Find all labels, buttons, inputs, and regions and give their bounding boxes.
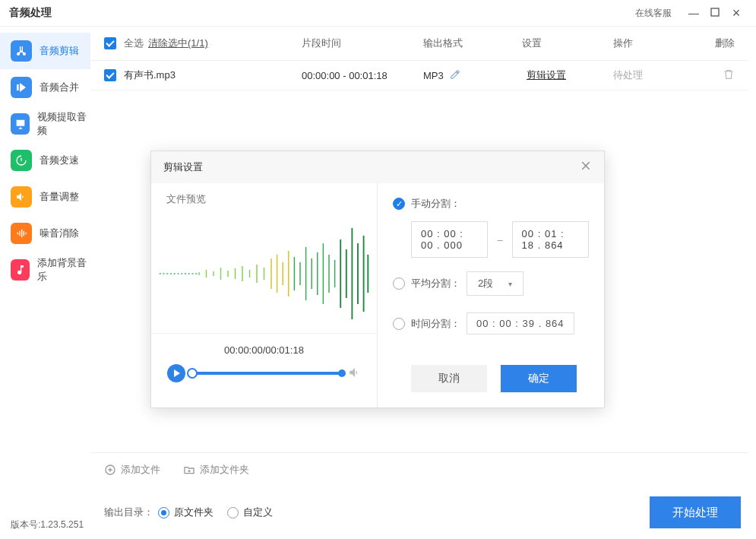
speed-icon	[11, 150, 32, 171]
sidebar-item-label: 噪音消除	[40, 227, 79, 240]
progress-slider[interactable]	[192, 372, 342, 375]
sidebar-item-noise[interactable]: 噪音消除	[0, 215, 90, 252]
volume-icon[interactable]	[348, 366, 362, 382]
modal-title: 剪辑设置	[163, 160, 203, 174]
music-icon	[11, 259, 30, 281]
maximize-button[interactable]	[704, 7, 726, 19]
player-time: 00:00:00/00:01:18	[166, 344, 362, 356]
select-all-label: 全选	[124, 36, 144, 50]
preview-title: 文件预览	[166, 192, 362, 206]
output-custom-label: 自定义	[243, 506, 273, 519]
row-status: 待处理	[613, 68, 697, 82]
col-delete: 删除	[697, 36, 735, 50]
col-format: 输出格式	[423, 36, 522, 50]
time-split-radio[interactable]	[393, 318, 405, 330]
merge-icon	[11, 77, 32, 98]
output-original-radio[interactable]: 原文件夹	[158, 506, 214, 519]
manual-start-input[interactable]: 00 : 00 : 00 . 000	[411, 221, 488, 258]
sidebar-item-label: 添加背景音乐	[37, 256, 90, 284]
average-split-label: 平均分割：	[411, 277, 460, 290]
output-custom-radio[interactable]: 自定义	[227, 506, 273, 519]
average-segments-select[interactable]: 2段 ▾	[467, 271, 524, 296]
sidebar-item-label: 音量调整	[40, 190, 79, 204]
row-checkbox[interactable]	[104, 69, 116, 81]
clear-selection-link[interactable]: 清除选中(1/1)	[148, 36, 208, 50]
output-original-label: 原文件夹	[174, 506, 214, 519]
modal-close-button[interactable]	[580, 160, 592, 176]
extract-icon	[11, 113, 30, 135]
row-time: 00:00:00 - 00:01:18	[302, 70, 423, 81]
svg-rect-0	[711, 8, 719, 16]
sidebar-item-speed[interactable]: 音频变速	[0, 142, 90, 179]
time-split-input[interactable]: 00 : 00 : 39 . 864	[467, 312, 574, 334]
add-bar: 添加文件 添加文件夹	[90, 452, 748, 486]
sidebar-item-label: 视频提取音频	[37, 110, 90, 138]
time-separator: –	[497, 234, 502, 246]
minimize-button[interactable]: —	[683, 7, 704, 19]
add-file-button[interactable]: 添加文件	[104, 463, 160, 477]
output-label: 输出目录：	[104, 506, 153, 519]
select-all-checkbox[interactable]	[104, 37, 116, 49]
delete-row-icon[interactable]	[723, 71, 735, 83]
table-row: 有声书.mp3 00:00:00 - 00:01:18 MP3 剪辑设置 待处理	[90, 60, 748, 90]
version-label: 版本号:1.23.5.251	[11, 518, 84, 531]
row-format: MP3	[423, 70, 444, 81]
scissors-icon	[11, 40, 32, 62]
cancel-button[interactable]: 取消	[411, 365, 487, 392]
col-time: 片段时间	[302, 36, 423, 50]
output-row: 输出目录： 原文件夹 自定义 开始处理	[90, 486, 748, 539]
sidebar-item-label: 音频剪辑	[40, 44, 79, 58]
chevron-down-icon: ▾	[508, 280, 512, 288]
titlebar: 音频处理 在线客服 — ×	[0, 0, 756, 27]
add-folder-label: 添加文件夹	[200, 463, 249, 477]
manual-split-radio[interactable]	[393, 198, 405, 210]
row-filename: 有声书.mp3	[124, 68, 176, 82]
sidebar: 音频剪辑 音频合并 视频提取音频 音频变速 音量调整	[0, 27, 90, 539]
sidebar-item-audio-merge[interactable]: 音频合并	[0, 69, 90, 106]
sidebar-item-audio-cut[interactable]: 音频剪辑	[0, 33, 90, 69]
volume-icon	[11, 186, 32, 208]
sidebar-item-video-extract[interactable]: 视频提取音频	[0, 106, 90, 142]
sidebar-item-label: 音频变速	[40, 154, 79, 167]
slider-start-thumb[interactable]	[187, 368, 198, 379]
add-file-label: 添加文件	[121, 463, 160, 477]
average-split-radio[interactable]	[393, 277, 405, 290]
add-folder-button[interactable]: 添加文件夹	[183, 463, 249, 477]
start-process-button[interactable]: 开始处理	[650, 496, 741, 528]
row-settings-link[interactable]: 剪辑设置	[527, 69, 566, 81]
sidebar-item-bgm[interactable]: 添加背景音乐	[0, 252, 90, 288]
manual-split-label: 手动分割：	[411, 197, 460, 211]
online-support-link[interactable]: 在线客服	[635, 7, 672, 20]
edit-format-icon[interactable]	[450, 69, 460, 82]
noise-icon	[11, 223, 32, 244]
table-header: 全选 清除选中(1/1) 片段时间 输出格式 设置 操作 删除	[90, 27, 748, 60]
close-window-button[interactable]: ×	[726, 5, 747, 21]
play-button[interactable]	[166, 363, 186, 383]
col-settings: 设置	[522, 36, 613, 50]
edit-settings-modal: 剪辑设置 文件预览 00:00:00/00:01:18	[150, 151, 605, 408]
manual-end-input[interactable]: 00 : 01 : 18 . 864	[512, 221, 589, 258]
app-title: 音频处理	[9, 6, 52, 20]
sidebar-item-volume[interactable]: 音量调整	[0, 179, 90, 215]
time-split-label: 时间分割：	[411, 317, 460, 331]
ok-button[interactable]: 确定	[501, 365, 577, 392]
average-segments-value: 2段	[478, 277, 493, 290]
slider-end-thumb[interactable]	[338, 369, 346, 377]
col-action: 操作	[613, 36, 697, 50]
sidebar-item-label: 音频合并	[40, 81, 79, 94]
waveform-display	[151, 214, 377, 334]
